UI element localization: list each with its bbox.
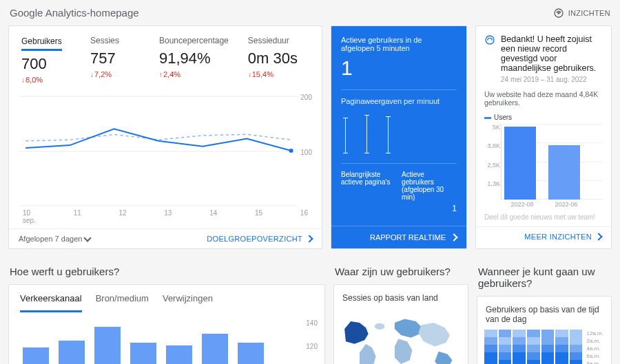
metric-value: 757 [90,50,140,67]
metric-value: 700 [21,55,71,73]
time-heatmap: 12a.m.2a.m.4a.m.6a.m.8a.m.10a.m.12p.m. [477,327,611,364]
insight-card: Bedankt! U heeft zojuist een nieuw recor… [475,25,612,249]
acquisition-title: Hoe werft u gebruikers? [10,266,325,277]
realtime-views-label: Paginaweergaven per minuut [341,97,457,105]
svg-point-5 [289,149,293,153]
metric-gebruikers[interactable]: Gebruikers 700 ↓8,0% [21,36,71,84]
users-line-chart: 200100 [19,92,312,209]
svg-point-6 [486,36,494,44]
insights-label: INZICHTEN [568,9,610,17]
metric-delta: ↑2,4% [159,70,229,78]
top-pages-label: Belangrijkste actieve pagina's [341,171,396,213]
svg-point-1 [558,12,559,14]
metric-sessieduur[interactable]: Sessieduur 0m 30s ↓15,4% [248,36,298,84]
period-selector[interactable]: Afgelopen 7 dagen [19,235,90,243]
active-30min-value: 1 [402,204,457,213]
chevron-down-icon [84,234,92,242]
metric-delta: ↓15,4% [248,70,298,78]
insight-share-text: Deel dit goede nieuws met uw team! [484,213,603,221]
insight-description: Uw website had deze maand 4,84K gebruike… [484,90,603,107]
realtime-active-value: 1 [341,56,457,80]
metric-label: Bouncepercentage [159,36,229,45]
metric-delta: ↓7,2% [90,70,140,78]
chevron-right-icon [305,235,313,242]
acquisition-bar-chart: 140 120 100 [19,319,315,364]
metric-delta: ↓8,0% [21,76,71,84]
page-title: Google Analytics-homepage [10,7,139,19]
tab-verkeerskanaal[interactable]: Verkeerskanaal [20,293,82,312]
realtime-report-link[interactable]: RAPPORT REALTIME [331,226,466,248]
more-insights-link[interactable]: MEER INZICHTEN [524,233,601,241]
world-map[interactable] [334,306,468,364]
acquisition-card: VerkeerskanaalBron/mediumVerwijzingen 14… [8,284,325,364]
chevron-right-icon [450,233,457,241]
audience-overview-card: Gebruikers 700 ↓8,0%Sessies 757 ↓7,2%Bou… [8,25,322,249]
insight-bar-chart: 5K 3,8K 2,5K 1,3K [501,124,603,200]
insights-icon [553,8,564,19]
insight-date-range: 24 mei 2019 – 31 aug. 2022 [501,76,603,83]
active-30min-label: Actieve gebruikers (afgelopen 30 min) [402,171,457,201]
metric-label: Sessieduur [248,36,298,45]
metric-bouncepercentage[interactable]: Bouncepercentage 91,94% ↑2,4% [159,36,229,84]
tab-bron/medium[interactable]: Bron/medium [96,293,149,312]
metric-sessies[interactable]: Sessies 757 ↓7,2% [90,36,140,84]
metric-value: 0m 30s [248,50,298,67]
insights-button[interactable]: INZICHTEN [553,8,610,19]
realtime-active-label: Actieve gebruikers in de afgelopen 5 min… [341,36,457,52]
metric-value: 91,94% [159,50,229,67]
time-subtitle: Gebruikers op basis van de tijd van de d… [477,297,611,327]
geo-card: Sessies op basis van land [333,284,468,364]
geo-subtitle: Sessies op basis van land [334,285,468,306]
pageviews-sparkline [345,112,453,153]
metric-label: Gebruikers [21,36,62,51]
time-card: Gebruikers op basis van de tijd van de d… [477,296,612,364]
metric-label: Sessies [90,36,140,45]
chevron-right-icon [595,233,602,240]
insight-title: Bedankt! U heeft zojuist een nieuw recor… [501,34,603,73]
insight-legend: Users [484,114,603,121]
tab-verwijzingen[interactable]: Verwijzingen [163,293,213,312]
geo-title: Waar zijn uw gebruikers? [335,266,468,277]
realtime-card: Actieve gebruikers in de afgelopen 5 min… [331,25,467,249]
svg-point-7 [375,323,385,330]
audience-overview-link[interactable]: DOELGROEPOVERZICHT [207,235,312,243]
time-title: Wanneer je kunt gaan uw gebruikers? [478,266,612,289]
insight-badge-icon [484,34,495,47]
